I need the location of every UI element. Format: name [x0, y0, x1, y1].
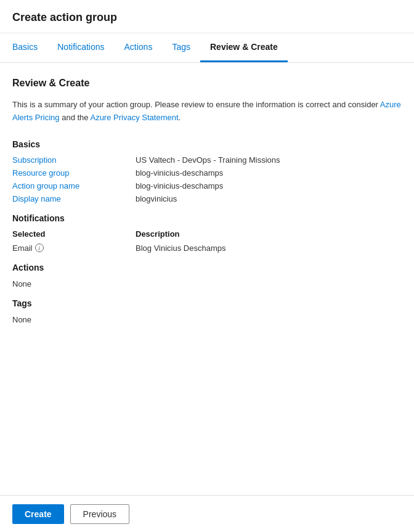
- display-name-row: Display name blogvinicius: [12, 194, 402, 203]
- notification-row-0: Email i Blog Vinicius Deschamps: [12, 243, 402, 253]
- azure-privacy-link[interactable]: Azure Privacy Statement: [90, 113, 178, 122]
- summary-description: This is a summary of your action group. …: [12, 99, 402, 125]
- resource-group-label: Resource group: [12, 168, 136, 178]
- tags-section-label: Tags: [12, 298, 402, 308]
- summary-text-3: .: [179, 113, 181, 122]
- info-icon[interactable]: i: [35, 243, 44, 252]
- action-group-name-label: Action group name: [12, 181, 136, 190]
- tags-section: Tags None: [12, 298, 402, 324]
- subscription-row: Subscription US Valtech - DevOps - Train…: [12, 155, 402, 165]
- resource-group-row: Resource group blog-vinicius-deschamps: [12, 168, 402, 178]
- tab-notifications[interactable]: Notifications: [47, 33, 114, 62]
- notif-col-description-header: Description: [136, 229, 180, 239]
- tab-tags[interactable]: Tags: [162, 33, 200, 62]
- display-name-value: blogvinicius: [136, 194, 177, 203]
- notif-description-value: Blog Vinicius Deschamps: [136, 243, 225, 253]
- create-button[interactable]: Create: [12, 504, 64, 524]
- email-label: Email: [12, 243, 33, 253]
- notifications-section: Notifications Selected Description Email…: [12, 213, 402, 253]
- tab-review-create[interactable]: Review & Create: [200, 33, 288, 62]
- subscription-value: US Valtech - DevOps - Training Missions: [136, 155, 280, 165]
- resource-group-value: blog-vinicius-deschamps: [136, 168, 223, 178]
- subscription-label: Subscription: [12, 155, 136, 165]
- actions-none-value: None: [12, 279, 31, 289]
- review-create-heading: Review & Create: [12, 78, 402, 89]
- tab-basics[interactable]: Basics: [12, 33, 47, 62]
- footer-bar: Create Previous: [0, 495, 414, 532]
- summary-text-1: This is a summary of your action group. …: [12, 100, 380, 109]
- previous-button[interactable]: Previous: [70, 504, 129, 524]
- tags-none-value: None: [12, 315, 31, 324]
- action-group-name-row: Action group name blog-vinicius-deschamp…: [12, 181, 402, 190]
- main-content: Review & Create This is a summary of you…: [0, 63, 414, 339]
- tab-bar: Basics Notifications Actions Tags Review…: [0, 33, 414, 63]
- tab-actions[interactable]: Actions: [115, 33, 163, 62]
- page-title: Create action group: [0, 0, 414, 33]
- notif-col-selected-header: Selected: [12, 229, 136, 239]
- display-name-label: Display name: [12, 194, 136, 203]
- summary-text-2: and the: [60, 113, 91, 122]
- actions-section: Actions None: [12, 263, 402, 289]
- action-group-name-value: blog-vinicius-deschamps: [136, 181, 223, 190]
- notif-selected-email: Email i: [12, 243, 136, 253]
- basics-section-label: Basics: [12, 139, 402, 149]
- notifications-header-row: Selected Description: [12, 229, 402, 239]
- notifications-section-label: Notifications: [12, 213, 402, 223]
- actions-section-label: Actions: [12, 263, 402, 272]
